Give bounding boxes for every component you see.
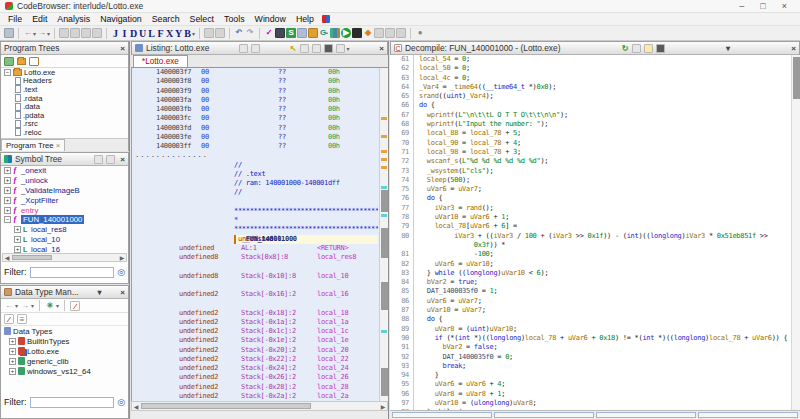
scrollbar-thumb[interactable] [381,190,388,212]
dtm-item-generic_clib[interactable]: +generic_clib [1,356,128,366]
listing-row[interactable]: 1400003f800??00h [132,77,388,86]
code-line[interactable]: 79 local_78[uVar6 + 6] = [390,222,800,231]
code-line[interactable]: 90 if (*(int *)((longlong)local_78 + uVa… [390,334,800,343]
menu-item-window[interactable]: Window [250,14,291,24]
code-line[interactable]: 78 uVar10 = uVar6 + 1; [390,213,800,222]
dtm-close-icon[interactable]: × [120,288,125,297]
dtm-item-windows_vs12_64[interactable]: +windows_vs12_64 [1,366,128,376]
code-line[interactable]: 71 local_98 = local_78 + 3; [390,148,800,157]
forward-dropdown-icon[interactable]: ▾ [47,30,50,37]
listing-row[interactable]: undefinedAL:1<RETURN> [132,244,388,253]
diff-prev-icon[interactable] [92,28,102,38]
back-arrow-icon[interactable]: ← [23,28,33,38]
diff-program-icon[interactable] [59,28,69,38]
toolbar-letter-b-button[interactable]: B [183,28,192,38]
listing-row[interactable]: undefined2Stack[-0x16]:2local_16 [132,290,388,299]
toolbar-letter-y-button[interactable]: Y [174,28,183,38]
code-line[interactable]: 72 wscanf_s(L"%d %d %d %d %d %d"); [390,157,800,166]
menu-item-edit[interactable]: Edit [27,14,52,24]
listing-row[interactable]: // .text [132,170,388,179]
code-line[interactable]: 68 wprintf(L"Input the number: "); [390,120,800,129]
maximize-button[interactable]: □ [760,1,765,11]
window-tool-icon-3[interactable] [396,28,406,38]
dtm-item-lottoexe[interactable]: +Lotto.exe [1,346,128,356]
expand-icon[interactable]: − [4,216,11,223]
symbol-item-_onexit[interactable]: +ƒ_onexit [1,166,128,176]
locate-icon[interactable]: ◆ [363,28,373,38]
diff-next-icon[interactable] [81,28,91,38]
tree-item-rsrc[interactable]: .rsrc [1,120,128,129]
listing-row[interactable]: ****************************************… [132,225,388,234]
tree-item-text[interactable]: .text [1,85,128,94]
diff-apply-icon[interactable] [70,28,80,38]
listing-row[interactable]: 1400003fc00??00h [132,114,388,123]
copy-icon[interactable] [204,28,214,38]
bottom-segment[interactable] [596,412,696,418]
symbol-filter-input[interactable] [30,267,115,278]
tree-item-Headers[interactable]: Headers [1,77,128,86]
code-line[interactable]: 91 bVar2 = false; [390,343,800,352]
bookview-icon[interactable] [336,44,345,53]
dtm-filter-input[interactable] [30,397,115,408]
run-icon[interactable]: ▶ [341,28,351,38]
memory-map-icon[interactable] [275,28,285,38]
help-sphere-icon[interactable]: ● [415,28,425,38]
symbol-item-_validateimageb[interactable]: +ƒ_ValidateImageB [1,186,128,196]
code-line[interactable]: 96 uVar8 = uVar8 + 1; [390,390,800,399]
close-button[interactable]: × [782,1,787,11]
code-line[interactable]: 75 uVar6 = uVar7; [390,185,800,194]
code-line[interactable]: 77 iVar3 = rand(); [390,204,800,213]
edit-tree-icon[interactable] [29,57,39,66]
code-line[interactable]: 83 } while ((longlong)uVar10 < 6); [390,269,800,278]
validate-icon[interactable]: ✓ [264,28,274,38]
code-line[interactable]: 81 -100; [390,250,800,259]
code-line[interactable]: 95 uVar6 = uVar6 + 4; [390,380,800,389]
scroll-left-icon[interactable]: ◀ [3,254,11,261]
code-line[interactable]: 69 local_88 = local_78 + 5; [390,129,800,138]
code-line[interactable]: 88 do { [390,315,800,324]
script-manager-icon[interactable]: S [286,28,296,38]
symbol-tree-close-icon[interactable]: × [120,155,125,164]
code-line[interactable]: 80 iVar3 + ((iVar3 / 100 + (iVar3 >> 0x1… [390,232,800,241]
code-line[interactable]: 97 uVar10 = (ulonglong)uVar8; [390,399,800,408]
listing-row[interactable]: undefined2Stack[-0x28]:2local_28 [132,383,388,392]
code-line[interactable]: 94 } [390,371,800,380]
listing-tab-lotto[interactable]: *Lotto.exe [133,55,188,67]
expand-icon[interactable]: + [14,246,21,253]
listing-row[interactable] [132,281,388,290]
decompile-content[interactable]: 61local_54 = 0;62local_50 = 0;63local_4c… [390,55,800,410]
patch-icon[interactable] [297,28,307,38]
scrollbar-thumb[interactable] [381,368,388,396]
toolbar-letter-j-button[interactable]: J [111,28,120,38]
scrollbar-thumb[interactable] [381,228,388,258]
menu-item-tools[interactable]: Tools [219,14,250,24]
scroll-left-icon[interactable]: ◀ [132,402,140,410]
expand-icon[interactable]: + [4,197,11,204]
tree-item-data[interactable]: .data [1,102,128,111]
save-icon[interactable] [4,28,14,38]
dtm-item-builtintypes[interactable]: +BuiltInTypes [1,336,128,346]
symbol-item-_unlock[interactable]: +ƒ_unlock [1,176,128,186]
scrollbar-thumb[interactable] [381,282,388,310]
dtm-back-icon[interactable]: ← [4,301,14,311]
code-line[interactable]: 84 bVar2 = true; [390,278,800,287]
listing-row[interactable]: 1400003fe00??00h [132,133,388,142]
dtm-conflict-icon[interactable]: ⁄ [4,314,14,324]
program-trees-close-icon[interactable]: × [120,44,125,53]
listing-row[interactable]: undefined8Stack[-0x10]:8local_10 [132,272,388,281]
function-graph-icon[interactable] [330,28,340,38]
listing-row[interactable]: undefined2Stack[-0x26]:2local_26 [132,373,388,382]
bookmark-icon[interactable] [308,28,318,38]
code-line[interactable]: 86 uVar6 = uVar7; [390,297,800,306]
dtm-filter-off-icon[interactable]: ⁄ [70,301,80,311]
expand-icon[interactable]: + [14,236,21,243]
symbol-tree-tool-icon-2[interactable] [106,155,115,164]
new-tree-icon[interactable] [4,57,14,66]
listing-row[interactable]: undefined2Stack[-0x1c]:2local_1c [132,327,388,336]
listing-row[interactable]: 1400003f700??00h [132,68,388,77]
ghidra-server-icon[interactable]: G• [319,28,329,38]
code-line[interactable]: 70 local_90 = local_78 + 4; [390,139,800,148]
code-line[interactable]: 93 break; [390,362,800,371]
toolbar-letter-i-button[interactable]: I [120,28,129,38]
symbol-filter-config-icon[interactable]: ◎ [117,268,125,277]
